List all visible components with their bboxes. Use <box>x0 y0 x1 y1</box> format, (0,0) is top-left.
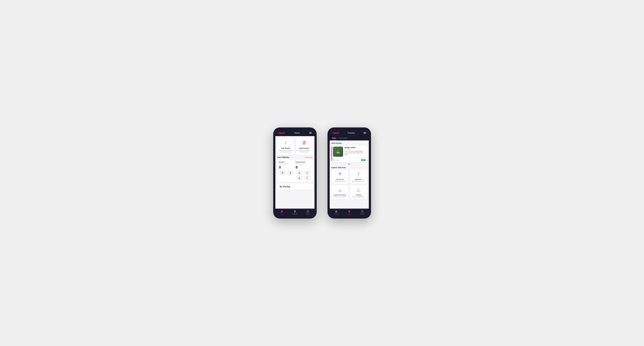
putting-icon <box>355 187 362 193</box>
arg-stat: ARG 0 <box>296 176 303 180</box>
app-val: 4 <box>304 172 310 174</box>
add-round-desc: Record your shots in fast or enhanced mo… <box>279 150 293 153</box>
nav-home[interactable]: Home <box>276 210 288 215</box>
practice-menu-button[interactable] <box>364 132 366 134</box>
add-round-title: Add Round <box>281 147 290 149</box>
skill-grid: Off The Tee Power and accuracy <box>330 170 369 201</box>
featured-card-inner: Wedge Ladder 50–100 yds Play 1 shot at e… <box>332 145 367 158</box>
shots-count: 9 shots <box>335 160 340 161</box>
skill-around-green[interactable]: Around The Green Hone your short game <box>332 185 348 199</box>
logo: clippd <box>278 131 285 134</box>
tournament-stat: Tournament 0 <box>279 171 286 175</box>
nav-capture-label-2: Capture <box>360 213 364 215</box>
dot-3 <box>350 164 351 165</box>
around-green-sub: Hone your short game <box>334 196 346 197</box>
dot-2 <box>349 164 350 165</box>
drills-total: 8 <box>296 165 311 170</box>
skill-off-the-tee[interactable]: Off The Tee Power and accuracy <box>332 170 348 184</box>
nav-home-2[interactable]: Home <box>330 210 343 215</box>
nav-activities-label: Activities <box>292 213 298 215</box>
capture-icon <box>306 210 310 213</box>
stats-header: Last 3 Months View Activity <box>277 156 313 158</box>
golf-bag-label: My Golf Bag <box>280 186 290 188</box>
nav-home-label-2: Home <box>334 213 338 215</box>
approach-icon <box>355 171 362 178</box>
practice-title: Practice <box>348 132 355 134</box>
nav-capture-2[interactable]: Capture <box>356 210 369 215</box>
ott-stat: OTT 0 <box>296 171 303 175</box>
clock-icon <box>333 159 335 161</box>
star-icon[interactable]: ☆ <box>364 147 366 149</box>
putt-val: 4 <box>304 177 310 179</box>
add-practice-desc: Capture your practice off-the-course <box>297 150 311 153</box>
capture-icon-2 <box>361 210 364 213</box>
nav-activities-label-2: Activities <box>347 213 352 215</box>
featured-image <box>333 147 343 157</box>
add-round-card[interactable]: Add Round Record your shots in fast or e… <box>277 138 294 155</box>
nav-activities-2[interactable]: Activities <box>343 210 356 215</box>
bottom-nav-practice: Home Activities Capture <box>330 209 369 216</box>
tab-favourites[interactable]: Favourites <box>339 136 348 141</box>
skill-approach[interactable]: Approach Dial-in to hit the green <box>350 170 367 184</box>
home-title: Home <box>294 132 300 134</box>
around-green-icon <box>337 187 343 193</box>
dot-1 <box>347 164 348 165</box>
activities-icon <box>294 210 296 213</box>
arg-val: 0 <box>296 177 302 179</box>
stats-grid: Rounds Rounds Capture 0 Tournament 0 Pra… <box>279 161 311 180</box>
ott-val: 0 <box>296 172 302 174</box>
featured-title: Wedge Ladder <box>344 147 366 149</box>
nav-activities[interactable]: Activities <box>288 210 302 215</box>
add-round-icon <box>283 141 288 147</box>
activities-icon-2 <box>348 210 351 213</box>
around-green-title: Around The Green <box>334 194 346 196</box>
stats-section: Last 3 Months View Activity Rounds Round… <box>276 156 314 183</box>
home-header: clippd Home <box>276 130 314 136</box>
accent-bar <box>332 145 332 162</box>
tournament-val: 0 <box>280 172 286 174</box>
nav-capture-label: Capture <box>306 213 310 215</box>
practice-stat: Practice 0 <box>287 171 294 175</box>
home-icon-2 <box>335 210 338 213</box>
phone-home: clippd Home A <box>273 128 317 218</box>
practice-content: Most Popular ☆ Wedge Ladder 50–100 yds P… <box>330 141 369 209</box>
practice-header: clippd Practice <box>330 130 369 136</box>
svg-point-23 <box>359 173 360 173</box>
rounds-sub: Tournament 0 Practice 0 <box>279 171 294 175</box>
phone-practice: clippd Practice Drills Favourites Most P… <box>328 128 371 218</box>
menu-button[interactable] <box>309 132 312 134</box>
action-cards: Add Round Record your shots in fast or e… <box>276 136 314 156</box>
featured-shots: 9 shots <box>333 159 340 161</box>
putting-sub: Make and lag practice <box>352 196 364 197</box>
golf-bag[interactable]: My Golf Bag › <box>277 183 313 190</box>
stats-card: Rounds Rounds Capture 0 Tournament 0 Pra… <box>277 160 313 182</box>
stats-period: Last 3 Months <box>277 156 289 158</box>
putting-title: Putting <box>356 194 361 196</box>
featured-card[interactable]: ☆ Wedge Ladder 50–100 yds Play 1 shot at… <box>332 145 367 162</box>
approach-title: Approach <box>355 178 362 180</box>
featured-subtitle: 50–100 yds <box>344 149 366 150</box>
featured-desc: Play 1 shot at each target yardage. If y… <box>344 150 366 155</box>
add-practice-card[interactable]: Add Practice Capture your practice off-t… <box>296 138 313 155</box>
chevron-icon: › <box>310 185 310 188</box>
bottom-nav-home: Home Activities Capture <box>276 209 314 216</box>
nav-capture[interactable]: Capture <box>302 210 314 215</box>
svg-point-28 <box>339 189 340 190</box>
drills-col: Practice Drills Drills Capture 8 OTT 0 A… <box>296 161 311 180</box>
home-icon <box>280 210 283 213</box>
tab-drills[interactable]: Drills <box>332 136 336 141</box>
svg-point-18 <box>340 173 340 173</box>
add-practice-title: Add Practice <box>299 147 309 149</box>
explore-label: Explore skill areas <box>330 166 369 170</box>
rounds-capture-label: Rounds Capture <box>279 163 294 165</box>
svg-rect-5 <box>304 141 305 142</box>
rounds-title: Rounds <box>279 161 294 163</box>
practice-val: 0 <box>288 172 294 174</box>
off-the-tee-sub: Power and accuracy <box>334 180 346 182</box>
svg-point-21 <box>358 173 359 174</box>
add-practice-icon <box>302 141 307 147</box>
skill-putting[interactable]: Putting Make and lag practice <box>350 185 367 199</box>
rounds-total: 0 <box>279 165 294 170</box>
nav-home-label: Home <box>280 213 284 215</box>
view-activity-link[interactable]: View Activity <box>304 157 312 158</box>
